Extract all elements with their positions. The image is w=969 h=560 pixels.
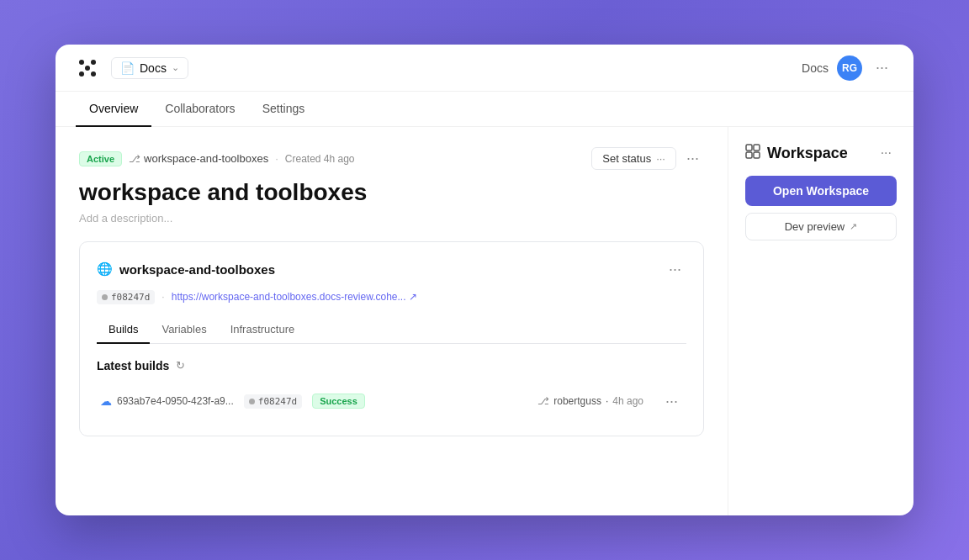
workspace-sidebar-icon xyxy=(745,144,760,162)
nav-item-overview[interactable]: Overview xyxy=(76,92,151,127)
svg-rect-5 xyxy=(746,145,752,151)
svg-point-1 xyxy=(91,60,96,65)
url-text: https://workspace-and-toolboxes.docs-rev… xyxy=(172,291,406,303)
set-status-dots: ··· xyxy=(656,152,665,165)
dev-preview-external-icon: ↗ xyxy=(850,221,857,232)
build-time: 4h ago xyxy=(612,395,643,407)
svg-rect-8 xyxy=(754,152,760,158)
nav-item-settings[interactable]: Settings xyxy=(249,92,319,127)
content-more-button[interactable]: ··· xyxy=(681,148,704,169)
sidebar-more-button[interactable]: ··· xyxy=(876,144,897,162)
build-branch-icon: ⎇ xyxy=(537,395,549,407)
page-title: workspace and toolboxes xyxy=(79,178,704,207)
header-docs-label: Docs xyxy=(802,61,829,75)
nav-item-collaborators[interactable]: Collaborators xyxy=(151,92,248,127)
logo xyxy=(76,56,99,80)
card-title-text: workspace-and-toolboxes xyxy=(119,262,275,277)
avatar: RG xyxy=(837,55,862,81)
build-id-text: 693ab7e4-0950-423f-a9... xyxy=(117,395,234,407)
main-nav: Overview Collaborators Settings xyxy=(56,92,913,127)
deployment-url[interactable]: https://workspace-and-toolboxes.docs-rev… xyxy=(172,291,417,303)
repo-name-label: workspace-and-toolboxes xyxy=(144,152,268,165)
status-badge: Active xyxy=(79,151,122,166)
header: 📄 Docs ⌄ Docs RG ··· xyxy=(56,45,913,92)
open-workspace-button[interactable]: Open Workspace xyxy=(745,176,897,206)
status-row: Active ⎇ workspace-and-toolboxes · Creat… xyxy=(79,147,704,170)
set-status-button[interactable]: Set status ··· xyxy=(591,147,676,170)
commit-hash: f08247d xyxy=(111,292,150,303)
header-more-button[interactable]: ··· xyxy=(871,57,893,78)
dot-sep2: · xyxy=(162,291,164,303)
sidebar-title-text: Workspace xyxy=(767,145,848,162)
workspace-sidebar: Workspace ··· Open Workspace Dev preview… xyxy=(728,127,913,515)
card-header: 🌐 workspace-and-toolboxes ··· xyxy=(97,259,686,280)
build-row: ☁ 693ab7e4-0950-423f-a9... f08247d Succe… xyxy=(97,384,686,419)
build-sep: · xyxy=(606,395,608,407)
build-commit-ref: f08247d xyxy=(244,394,302,409)
svg-point-4 xyxy=(85,66,90,71)
svg-point-2 xyxy=(79,71,84,77)
build-more-button[interactable]: ··· xyxy=(660,391,683,412)
build-id: ☁ 693ab7e4-0950-423f-a9... xyxy=(100,394,234,408)
repo-ref: ⎇ workspace-and-toolboxes xyxy=(129,152,268,165)
build-commit-dot xyxy=(249,399,255,404)
main-content: Active ⎇ workspace-and-toolboxes · Creat… xyxy=(56,127,913,515)
builds-header: Latest builds ↻ xyxy=(97,359,686,372)
branch-icon: ⎇ xyxy=(129,153,140,165)
build-commit-hash: f08247d xyxy=(258,396,297,407)
header-right: Docs RG ··· xyxy=(802,55,893,81)
svg-rect-7 xyxy=(746,152,752,158)
commit-ref: f08247d xyxy=(97,290,155,304)
sidebar-title: Workspace ··· xyxy=(745,144,897,162)
card-sub-nav: Builds Variables Infrastructure xyxy=(97,316,686,344)
content-area: Active ⎇ workspace-and-toolboxes · Creat… xyxy=(56,127,728,515)
sub-nav-infrastructure[interactable]: Infrastructure xyxy=(219,316,307,344)
header-left: 📄 Docs ⌄ xyxy=(76,56,188,80)
workspace-selector[interactable]: 📄 Docs ⌄ xyxy=(111,57,188,79)
dev-preview-label: Dev preview xyxy=(785,220,845,233)
build-username: robertguss xyxy=(553,395,601,407)
svg-point-3 xyxy=(91,71,96,77)
sub-nav-builds[interactable]: Builds xyxy=(97,316,150,344)
chevron-down-icon: ⌄ xyxy=(172,62,179,73)
external-link-icon: ↗ xyxy=(409,291,417,303)
builds-title: Latest builds xyxy=(97,359,169,372)
build-user: ⎇ robertguss · 4h ago xyxy=(537,395,643,407)
add-description[interactable]: Add a description... xyxy=(79,212,704,225)
build-status-badge: Success xyxy=(312,394,365,409)
svg-point-0 xyxy=(79,60,84,65)
globe-icon: 🌐 xyxy=(97,262,113,277)
set-status-label: Set status xyxy=(602,152,651,165)
docs-icon: 📄 xyxy=(120,61,135,75)
status-actions: Set status ··· ··· xyxy=(591,147,704,170)
separator: · xyxy=(275,152,278,165)
dev-preview-button[interactable]: Dev preview ↗ xyxy=(745,213,897,240)
svg-rect-6 xyxy=(754,145,760,151)
created-time: Created 4h ago xyxy=(285,153,355,165)
deployment-card: 🌐 workspace-and-toolboxes ··· f08247d · … xyxy=(79,241,704,436)
sub-nav-variables[interactable]: Variables xyxy=(150,316,218,344)
app-window: 📄 Docs ⌄ Docs RG ··· Overview Collaborat… xyxy=(56,45,913,515)
commit-dot-icon xyxy=(102,294,108,300)
card-title: 🌐 workspace-and-toolboxes xyxy=(97,262,275,277)
card-more-button[interactable]: ··· xyxy=(664,259,686,280)
cloud-icon: ☁ xyxy=(100,394,112,408)
refresh-icon[interactable]: ↻ xyxy=(176,359,185,372)
workspace-selector-label: Docs xyxy=(140,61,167,75)
